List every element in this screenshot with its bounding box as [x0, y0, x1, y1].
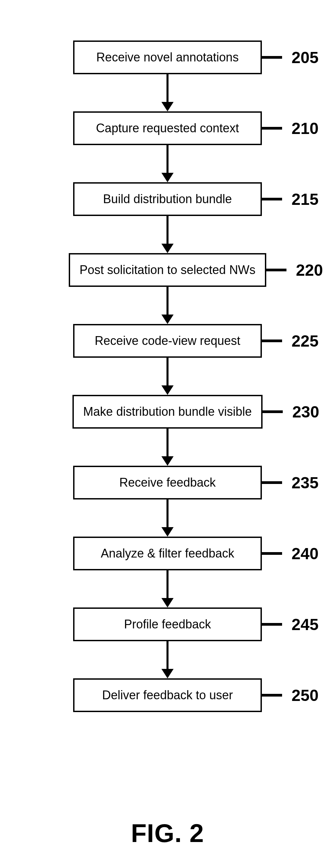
arrow	[161, 216, 174, 253]
ref-label: 250	[292, 686, 329, 705]
ref-label: 225	[292, 332, 329, 350]
arrow-line	[166, 641, 169, 669]
ref-group: 250	[262, 686, 329, 705]
ref-group: 205	[262, 48, 329, 67]
arrow	[161, 641, 174, 678]
ref-connector	[262, 340, 282, 342]
ref-label: 210	[292, 119, 329, 138]
ref-label: 205	[292, 48, 329, 67]
arrow	[161, 499, 174, 537]
ref-connector	[262, 198, 282, 200]
flow-step: Receive feedback 235	[0, 466, 335, 499]
ref-group: 210	[262, 119, 329, 138]
step-label: Receive novel annotations	[96, 50, 239, 64]
step-label: Post solicitation to selected NWs	[80, 263, 255, 277]
arrow	[161, 570, 174, 607]
step-box: Receive feedback	[73, 466, 262, 499]
step-label: Capture requested context	[96, 121, 239, 135]
arrow-head-icon	[161, 102, 174, 111]
flowchart: Receive novel annotations 205 Capture re…	[0, 40, 335, 712]
page: Receive novel annotations 205 Capture re…	[0, 0, 335, 868]
arrow-head-icon	[161, 598, 174, 607]
step-label: Receive feedback	[119, 476, 216, 490]
step-box: Post solicitation to selected NWs	[69, 253, 266, 287]
arrow-head-icon	[161, 669, 174, 678]
arrow-head-icon	[161, 315, 174, 324]
ref-group: 220	[266, 261, 333, 279]
flow-step: Receive code-view request 225	[0, 324, 335, 358]
ref-group: 245	[262, 615, 329, 634]
step-box: Capture requested context	[73, 111, 262, 145]
arrow-line	[166, 216, 169, 244]
arrow-head-icon	[161, 385, 174, 395]
flow-step: Post solicitation to selected NWs 220	[0, 253, 335, 287]
flow-step: Make distribution bundle visible 230	[0, 395, 335, 429]
ref-group: 215	[262, 190, 329, 209]
arrow-line	[166, 570, 169, 598]
ref-group: 235	[262, 473, 329, 492]
step-label: Profile feedback	[124, 617, 211, 631]
flow-step: Analyze & filter feedback 240	[0, 537, 335, 570]
arrow-line	[166, 429, 169, 456]
flow-step: Deliver feedback to user 250	[0, 678, 335, 712]
ref-connector	[262, 127, 282, 130]
arrow-head-icon	[161, 173, 174, 182]
ref-connector	[263, 410, 283, 413]
ref-label: 215	[292, 190, 329, 209]
ref-connector	[262, 481, 282, 484]
flow-step: Receive novel annotations 205	[0, 40, 335, 74]
step-box: Deliver feedback to user	[73, 678, 262, 712]
ref-group: 225	[262, 332, 329, 350]
arrow-line	[166, 358, 169, 385]
arrow-line	[166, 74, 169, 102]
arrow-line	[166, 145, 169, 173]
step-box: Receive code-view request	[73, 324, 262, 358]
step-box: Profile feedback	[73, 607, 262, 641]
ref-label: 220	[296, 261, 333, 279]
step-box: Make distribution bundle visible	[72, 395, 263, 429]
arrow	[161, 429, 174, 466]
arrow-head-icon	[161, 456, 174, 466]
ref-connector	[262, 552, 282, 555]
arrow-head-icon	[161, 244, 174, 253]
arrow-head-icon	[161, 527, 174, 537]
step-label: Build distribution bundle	[103, 192, 232, 206]
step-label: Receive code-view request	[95, 334, 240, 348]
step-label: Make distribution bundle visible	[83, 405, 252, 419]
ref-label: 245	[292, 615, 329, 634]
flow-step: Build distribution bundle 215	[0, 182, 335, 216]
ref-label: 230	[292, 403, 329, 421]
ref-group: 230	[263, 403, 329, 421]
arrow	[161, 287, 174, 324]
arrow	[161, 358, 174, 395]
ref-connector	[262, 694, 282, 697]
ref-group: 240	[262, 544, 329, 563]
arrow	[161, 145, 174, 182]
ref-label: 235	[292, 473, 329, 492]
ref-connector	[262, 623, 282, 626]
step-box: Analyze & filter feedback	[73, 537, 262, 570]
arrow	[161, 74, 174, 111]
step-label: Analyze & filter feedback	[101, 546, 234, 561]
flow-step: Capture requested context 210	[0, 111, 335, 145]
arrow-line	[166, 499, 169, 527]
step-label: Deliver feedback to user	[102, 688, 233, 702]
figure-caption: FIG. 2	[0, 818, 335, 848]
flow-step: Profile feedback 245	[0, 607, 335, 641]
step-box: Receive novel annotations	[73, 40, 262, 74]
step-box: Build distribution bundle	[73, 182, 262, 216]
ref-connector	[266, 269, 286, 271]
ref-connector	[262, 56, 282, 59]
arrow-line	[166, 287, 169, 315]
ref-label: 240	[292, 544, 329, 563]
